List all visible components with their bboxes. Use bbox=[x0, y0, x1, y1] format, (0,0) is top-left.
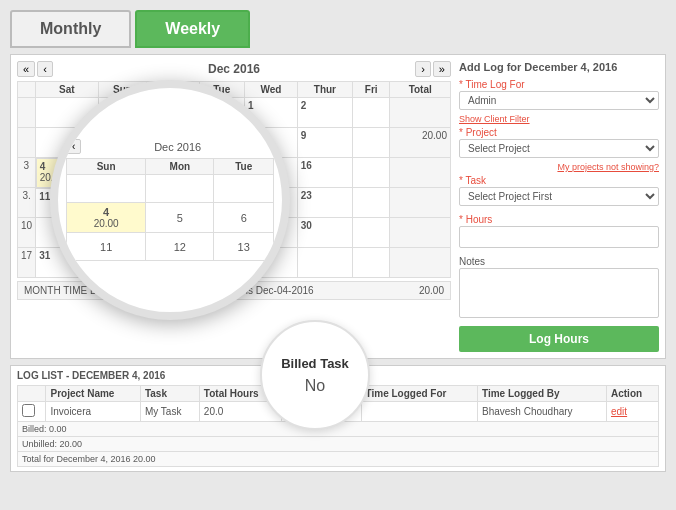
cal-day[interactable] bbox=[353, 158, 390, 188]
add-log-section: Add Log for December 4, 2016 * Time Log … bbox=[459, 61, 659, 352]
circle-day[interactable]: 5 bbox=[146, 203, 214, 233]
circle-row: 4 20.00 5 6 bbox=[67, 203, 274, 233]
col-week bbox=[18, 82, 36, 98]
col-action: Action bbox=[607, 386, 659, 402]
circle-day-selected[interactable]: 4 20.00 bbox=[67, 203, 146, 233]
log-summary-total: Total for December 4, 2016 20.00 bbox=[18, 452, 659, 467]
tooltip-title: Billed Task bbox=[281, 356, 349, 371]
total-label: Total for December 4, 2016 bbox=[22, 454, 131, 464]
cal-day[interactable]: 23 bbox=[297, 188, 352, 218]
cal-day[interactable] bbox=[353, 128, 390, 158]
circle-day[interactable] bbox=[214, 175, 274, 203]
cal-next-btn[interactable]: › bbox=[415, 61, 431, 77]
circle-day[interactable]: 6 bbox=[214, 203, 274, 233]
row-project: Invoicera bbox=[46, 402, 140, 422]
notes-textarea[interactable] bbox=[459, 268, 659, 318]
unbilled-value: 20.00 bbox=[60, 439, 83, 449]
week-num: 3 bbox=[18, 158, 36, 188]
col-thur: Thur bbox=[297, 82, 352, 98]
log-summary-unbilled: Unbilled: 20.00 bbox=[18, 437, 659, 452]
tooltip-bubble: Billed Task No bbox=[260, 320, 370, 430]
cal-day[interactable] bbox=[353, 248, 390, 278]
cal-day[interactable] bbox=[297, 248, 352, 278]
row-check bbox=[18, 402, 46, 422]
row-action: edit bbox=[607, 402, 659, 422]
project-select[interactable]: Select Project bbox=[459, 139, 659, 158]
calendar-nav: « ‹ Dec 2016 › » bbox=[17, 61, 451, 77]
tab-weekly[interactable]: Weekly bbox=[135, 10, 250, 48]
circle-col-tue: Tue bbox=[214, 159, 274, 175]
edit-link[interactable]: edit bbox=[611, 406, 627, 417]
circle-day[interactable]: 13 bbox=[214, 233, 274, 261]
summary-unbilled: Unbilled: 20.00 bbox=[18, 437, 659, 452]
show-client-filter-link[interactable]: Show Client Filter bbox=[459, 114, 659, 124]
cal-day[interactable]: 9 bbox=[297, 128, 352, 158]
cal-day[interactable]: 30 bbox=[297, 218, 352, 248]
tooltip-value: No bbox=[305, 377, 325, 395]
total-value: 20.00 bbox=[133, 454, 156, 464]
cal-total bbox=[390, 218, 451, 248]
tab-bar: Monthly Weekly bbox=[10, 10, 666, 48]
circle-day[interactable] bbox=[67, 175, 146, 203]
circle-row bbox=[67, 175, 274, 203]
row-logged-for bbox=[361, 402, 477, 422]
log-hours-button[interactable]: Log Hours bbox=[459, 326, 659, 352]
main-container: Monthly Weekly « ‹ Dec 2016 › » bbox=[0, 0, 676, 510]
circle-cal-nav: ‹ Dec 2016 bbox=[66, 139, 274, 154]
hours-input[interactable] bbox=[459, 226, 659, 248]
circle-overlay: ‹ Dec 2016 Sun Mon Tue bbox=[50, 80, 290, 320]
col-logged-for: Time Logged For bbox=[361, 386, 477, 402]
circle-col-sun: Sun bbox=[67, 159, 146, 175]
task-label: * Task bbox=[459, 175, 659, 186]
cal-next-next-btn[interactable]: » bbox=[433, 61, 451, 77]
week-num bbox=[18, 98, 36, 128]
col-total: Total bbox=[390, 82, 451, 98]
notes-label: Notes bbox=[459, 256, 659, 267]
week-num: 17 bbox=[18, 248, 36, 278]
row-logged-by: Bhavesh Choudhary bbox=[478, 402, 607, 422]
my-projects-link[interactable]: My projects not showing? bbox=[459, 162, 659, 172]
cal-day[interactable] bbox=[353, 218, 390, 248]
task-select[interactable]: Select Project First bbox=[459, 187, 659, 206]
col-logged-by: Time Logged By bbox=[478, 386, 607, 402]
cal-day[interactable]: 2 bbox=[297, 98, 352, 128]
cal-prev-prev-btn[interactable]: « bbox=[17, 61, 35, 77]
circle-day[interactable]: 12 bbox=[146, 233, 214, 261]
col-fri: Fri bbox=[353, 82, 390, 98]
cal-prev-btn[interactable]: ‹ bbox=[37, 61, 53, 77]
time-log-for-select[interactable]: Admin bbox=[459, 91, 659, 110]
billed-value: 0.00 bbox=[49, 424, 67, 434]
col-project: Project Name bbox=[46, 386, 140, 402]
cal-day[interactable]: 16 bbox=[297, 158, 352, 188]
circle-calendar: ‹ Dec 2016 Sun Mon Tue bbox=[58, 131, 282, 269]
hours-label: * Hours bbox=[459, 214, 659, 225]
week-num: 3. bbox=[18, 188, 36, 218]
add-log-title: Add Log for December 4, 2016 bbox=[459, 61, 659, 73]
row-checkbox[interactable] bbox=[22, 404, 35, 417]
tab-monthly[interactable]: Monthly bbox=[10, 10, 131, 48]
circle-cal-table: Sun Mon Tue 4 bbox=[66, 158, 274, 261]
time-log-for-label: * Time Log For bbox=[459, 79, 659, 90]
cal-total bbox=[390, 158, 451, 188]
week-num bbox=[18, 128, 36, 158]
cal-day[interactable] bbox=[353, 98, 390, 128]
circle-row: 11 12 13 bbox=[67, 233, 274, 261]
cal-total bbox=[390, 248, 451, 278]
cal-total: 20.00 bbox=[390, 128, 451, 158]
week-num: 10 bbox=[18, 218, 36, 248]
cal-day[interactable] bbox=[353, 188, 390, 218]
cal-month-label: Dec 2016 bbox=[208, 62, 260, 76]
billed-label: Billed: bbox=[22, 424, 47, 434]
col-check bbox=[18, 386, 46, 402]
circle-inner: ‹ Dec 2016 Sun Mon Tue bbox=[58, 88, 282, 312]
circle-day[interactable] bbox=[146, 175, 214, 203]
footer-total: 20.00 bbox=[419, 285, 444, 296]
cal-total bbox=[390, 98, 451, 128]
cal-total bbox=[390, 188, 451, 218]
summary-total: Total for December 4, 2016 20.00 bbox=[18, 452, 659, 467]
project-label: * Project bbox=[459, 127, 659, 138]
circle-header-row: Sun Mon Tue bbox=[67, 159, 274, 175]
circle-day[interactable]: 11 bbox=[67, 233, 146, 261]
circle-prev-btn[interactable]: ‹ bbox=[66, 139, 81, 154]
row-task: My Task bbox=[140, 402, 199, 422]
